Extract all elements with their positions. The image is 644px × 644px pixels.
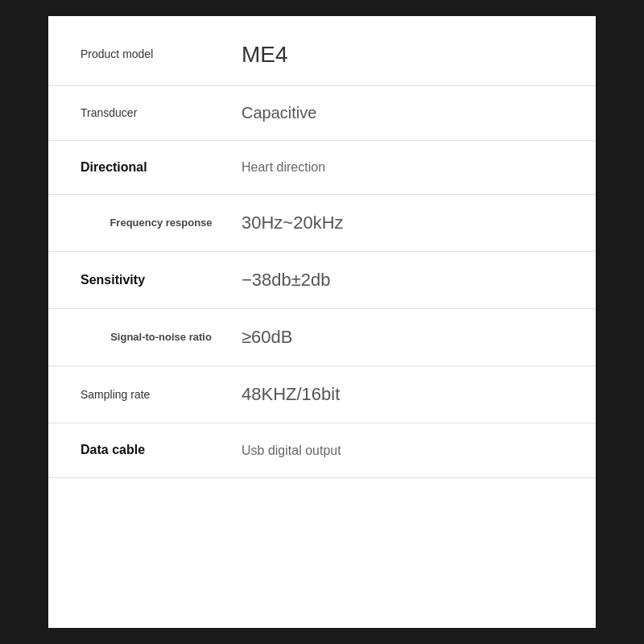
spec-row-data-cable: Data cableUsb digital output	[48, 423, 596, 477]
spec-value-sensitivity: −38db±2db	[242, 270, 564, 291]
specs-card: Product modelME4TransducerCapacitiveDire…	[48, 16, 596, 628]
spec-value-signal-to-noise: ≥60dB	[242, 327, 564, 348]
spec-row-sensitivity: Sensitivity−38db±2db	[48, 252, 596, 309]
spec-row-frequency-response: Frequency response30Hz~20kHz	[48, 195, 596, 252]
spec-value-directional: Heart direction	[242, 160, 564, 175]
spec-row-transducer: TransducerCapacitive	[48, 86, 596, 141]
spec-label-data-cable: Data cable	[80, 441, 242, 459]
spec-row-sampling-rate: Sampling rate48KHZ/16bit	[48, 366, 596, 423]
spec-label-sensitivity: Sensitivity	[80, 271, 242, 289]
spec-value-product-model: ME4	[242, 42, 564, 68]
spec-value-sampling-rate: 48KHZ/16bit	[242, 384, 564, 405]
spec-row-directional: DirectionalHeart direction	[48, 141, 596, 195]
spec-value-data-cable: Usb digital output	[242, 444, 564, 458]
spec-label-sampling-rate: Sampling rate	[80, 387, 242, 403]
spec-row-product-model: Product modelME4	[48, 24, 596, 86]
spec-label-directional: Directional	[80, 159, 242, 176]
spec-value-frequency-response: 30Hz~20kHz	[242, 213, 564, 233]
spec-row-signal-to-noise: Signal-to-noise ratio≥60dB	[48, 309, 596, 366]
spec-label-frequency-response: Frequency response	[80, 216, 242, 230]
spec-label-signal-to-noise: Signal-to-noise ratio	[80, 330, 242, 345]
spec-label-transducer: Transducer	[80, 105, 242, 122]
spec-value-transducer: Capacitive	[242, 104, 564, 122]
spec-label-product-model: Product model	[80, 47, 242, 63]
